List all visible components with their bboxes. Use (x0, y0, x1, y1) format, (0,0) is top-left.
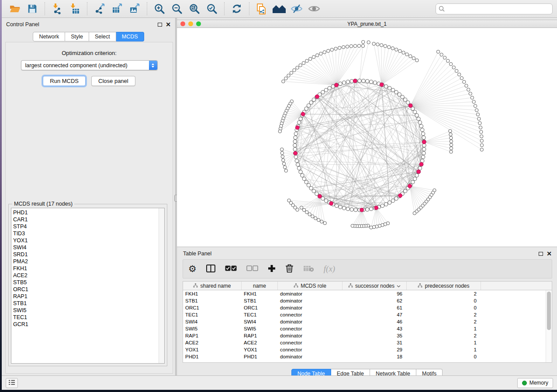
save-session-button[interactable] (25, 2, 40, 16)
network-node[interactable] (346, 45, 349, 48)
network-node[interactable] (450, 150, 453, 153)
table-cell[interactable]: 0 (407, 304, 481, 311)
network-node[interactable] (475, 109, 478, 112)
network-node[interactable] (330, 48, 333, 51)
network-node[interactable] (372, 42, 375, 45)
network-node[interactable] (457, 73, 460, 76)
zoom-out-button[interactable] (170, 2, 184, 16)
open-file-button[interactable] (7, 2, 22, 16)
network-node[interactable] (449, 129, 452, 132)
network-node[interactable] (346, 207, 349, 210)
network-node[interactable] (304, 180, 308, 184)
network-node[interactable] (294, 136, 297, 139)
close-table-panel-icon[interactable]: ✕ (547, 251, 552, 256)
network-node[interactable] (398, 93, 401, 96)
zoom-fit-button[interactable] (187, 2, 202, 16)
table-cell[interactable]: connector (278, 346, 343, 353)
mcds-network-node[interactable] (334, 83, 338, 87)
table-cell[interactable]: FKH1 (183, 290, 242, 297)
network-node[interactable] (474, 104, 477, 107)
network-node[interactable] (309, 186, 313, 190)
tab-mcds[interactable]: MCDS (116, 32, 144, 41)
network-node[interactable] (362, 79, 365, 83)
network-node[interactable] (465, 84, 468, 87)
table-cell[interactable]: STB1 (242, 297, 278, 304)
mcds-network-node[interactable] (408, 103, 412, 107)
import-network-button[interactable] (50, 2, 65, 16)
network-node[interactable] (342, 81, 346, 84)
network-node[interactable] (480, 130, 483, 133)
network-node[interactable] (450, 136, 453, 139)
network-home-button[interactable] (272, 2, 287, 16)
network-node[interactable] (319, 52, 322, 55)
network-graph[interactable] (177, 28, 557, 247)
table-cell[interactable]: ORC1 (242, 304, 278, 311)
table-row[interactable]: STB1STB1dominator620 (183, 297, 546, 304)
network-node[interactable] (290, 71, 293, 74)
network-node[interactable] (304, 107, 308, 110)
hide-graphics-details-button[interactable] (289, 2, 304, 16)
table-row[interactable]: SWI4SWI4dominator462 (183, 318, 546, 325)
network-node[interactable] (308, 213, 311, 216)
network-node[interactable] (339, 82, 342, 86)
network-node[interactable] (417, 117, 420, 120)
table-cell[interactable]: dominator (278, 290, 343, 297)
network-node[interactable] (394, 90, 398, 94)
network-node[interactable] (391, 199, 394, 203)
network-node[interactable] (381, 204, 384, 207)
network-node[interactable] (338, 46, 341, 49)
table-cell[interactable]: 1 (407, 346, 481, 353)
network-node[interactable] (312, 55, 315, 58)
mcds-network-node[interactable] (408, 184, 412, 188)
network-node[interactable] (418, 120, 422, 124)
network-node[interactable] (450, 140, 453, 143)
table-row[interactable]: TEC1TEC1connector472 (183, 311, 546, 318)
network-node[interactable] (480, 139, 483, 142)
network-node[interactable] (282, 80, 285, 83)
table-cell[interactable]: dominator (278, 318, 343, 325)
network-node[interactable] (317, 218, 320, 221)
table-row[interactable]: PHD1PHD1dominator180 (183, 353, 546, 360)
network-node[interactable] (362, 40, 365, 43)
network-node[interactable] (419, 124, 423, 128)
network-node[interactable] (302, 62, 305, 65)
network-node[interactable] (323, 51, 326, 54)
run-mcds-button[interactable]: Run MCDS (43, 76, 86, 86)
table-row[interactable]: YOX1YOX1connector291 (183, 346, 546, 353)
mcds-network-node[interactable] (422, 140, 426, 144)
mcds-result-item[interactable]: STB1 (11, 300, 158, 307)
network-node[interactable] (283, 165, 286, 168)
network-node[interactable] (296, 66, 299, 69)
close-panel-button[interactable]: Close panel (91, 76, 135, 86)
network-node[interactable] (284, 77, 287, 80)
network-node[interactable] (324, 88, 328, 92)
table-row[interactable]: ORC1ORC1dominator610 (183, 304, 546, 311)
network-node[interactable] (307, 104, 310, 107)
network-node[interactable] (346, 80, 349, 83)
table-cell[interactable]: YOX1 (183, 346, 242, 353)
network-node[interactable] (312, 189, 315, 193)
network-node[interactable] (293, 69, 296, 72)
mcds-result-item[interactable]: PMA2 (11, 258, 158, 265)
network-node[interactable] (357, 44, 360, 47)
network-node[interactable] (295, 159, 298, 162)
network-node[interactable] (293, 148, 297, 151)
mcds-result-item[interactable]: SRD1 (11, 251, 158, 258)
network-node[interactable] (335, 204, 338, 207)
network-node[interactable] (472, 100, 475, 103)
network-node[interactable] (413, 110, 417, 113)
network-node[interactable] (404, 98, 407, 101)
table-row[interactable]: SWI5SWI5connector431 (183, 325, 546, 332)
result-scrollbar[interactable] (159, 208, 164, 363)
network-node[interactable] (312, 98, 315, 101)
network-node[interactable] (422, 148, 426, 151)
export-table-button[interactable] (110, 2, 125, 16)
network-node[interactable] (405, 53, 408, 56)
network-node[interactable] (280, 151, 284, 155)
network-node[interactable] (411, 180, 415, 184)
network-node[interactable] (299, 117, 302, 120)
network-node[interactable] (339, 205, 342, 209)
network-node[interactable] (302, 208, 305, 211)
network-node[interactable] (421, 155, 425, 159)
table-cell[interactable]: 2 (407, 290, 481, 297)
